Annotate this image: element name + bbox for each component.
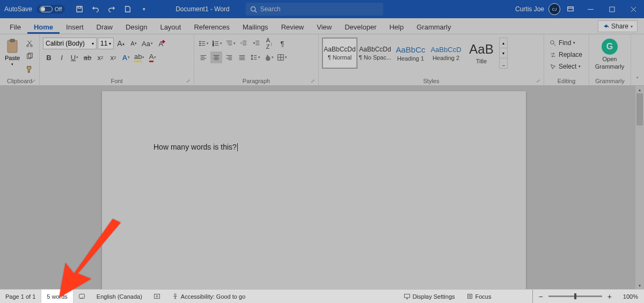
line-spacing-icon[interactable]: ▾ — [249, 51, 261, 63]
save-icon[interactable] — [74, 3, 85, 15]
autosave-toggle[interactable]: Off — [36, 5, 65, 13]
maximize-button[interactable] — [601, 0, 623, 18]
cut-icon[interactable] — [24, 38, 35, 49]
style-normal[interactable]: AaBbCcDd¶ Normal — [322, 38, 357, 69]
format-painter-icon[interactable] — [24, 63, 35, 75]
new-doc-icon[interactable] — [122, 3, 134, 15]
sort-icon[interactable]: AZ↓ — [264, 38, 275, 49]
align-right-icon[interactable] — [223, 51, 235, 63]
zoom-slider[interactable] — [548, 295, 602, 297]
style-title[interactable]: AaBTitle — [464, 38, 499, 69]
tab-review[interactable]: Review — [275, 20, 311, 34]
page-indicator[interactable]: Page 1 of 1 — [0, 290, 41, 303]
search-box[interactable]: Search — [246, 3, 383, 16]
spellcheck-icon[interactable] — [73, 290, 91, 303]
paragraph-launcher-icon[interactable]: ⤢ — [311, 78, 315, 84]
numbering-icon[interactable]: 123▾ — [211, 38, 223, 49]
bullets-icon[interactable]: ▾ — [197, 38, 210, 49]
font-name-combo[interactable]: Calibri (Body)▾ — [43, 38, 97, 49]
tab-layout[interactable]: Layout — [153, 20, 187, 34]
minimize-button[interactable] — [580, 0, 601, 18]
underline-icon[interactable]: U▾ — [69, 51, 80, 63]
justify-icon[interactable] — [236, 51, 248, 63]
vertical-scrollbar[interactable]: ▴ ▾ — [635, 86, 644, 289]
tab-view[interactable]: View — [310, 20, 338, 34]
subscript-icon[interactable]: x2 — [94, 51, 106, 63]
text-effects-icon[interactable]: A▾ — [120, 51, 132, 63]
styles-launcher-icon[interactable]: ⤢ — [536, 78, 540, 84]
tab-draw[interactable]: Draw — [90, 20, 119, 34]
ribbon-display-icon[interactable] — [565, 3, 576, 15]
style-no-spacing[interactable]: AaBbCcDd¶ No Spac... — [357, 38, 393, 69]
page[interactable]: How many words is this? — [102, 91, 526, 289]
tab-home[interactable]: Home — [27, 20, 60, 34]
close-button[interactable] — [623, 0, 644, 18]
language-indicator[interactable]: English (Canada) — [91, 290, 148, 303]
accessibility-indicator[interactable]: Accessibility: Good to go — [166, 290, 251, 303]
increase-indent-icon[interactable] — [251, 38, 262, 49]
tab-references[interactable]: References — [187, 20, 236, 34]
tab-developer[interactable]: Developer — [338, 20, 383, 34]
find-button[interactable]: Find▾ — [547, 38, 577, 48]
zoom-in-icon[interactable]: + — [608, 292, 612, 301]
qat-more-icon[interactable]: ▾ — [138, 3, 150, 15]
undo-icon[interactable] — [90, 3, 101, 15]
bold-icon[interactable]: B — [43, 51, 55, 63]
display-settings[interactable]: Display Settings — [398, 290, 461, 303]
redo-icon[interactable] — [106, 3, 118, 15]
user-avatar[interactable]: CJ — [548, 3, 560, 15]
copy-icon[interactable] — [24, 50, 35, 62]
multilevel-icon[interactable]: ▾ — [224, 38, 237, 49]
borders-icon[interactable]: ▾ — [276, 51, 288, 63]
zoom-level[interactable]: 100% — [618, 290, 644, 303]
highlight-icon[interactable]: ab▾ — [133, 51, 145, 63]
tab-file[interactable]: File — [3, 20, 27, 34]
svg-text:3: 3 — [213, 44, 214, 47]
svg-point-22 — [174, 294, 176, 295]
shading-icon[interactable]: ▾ — [262, 51, 275, 63]
font-color-icon[interactable]: A▾ — [147, 51, 158, 63]
clipboard-launcher-icon[interactable]: ⤢ — [32, 78, 36, 84]
strike-icon[interactable]: ab — [82, 51, 93, 63]
show-marks-icon[interactable]: ¶ — [276, 38, 288, 49]
decrease-indent-icon[interactable] — [238, 38, 250, 49]
shrink-font-icon[interactable]: A▾ — [128, 38, 140, 49]
tab-mailings[interactable]: Mailings — [236, 20, 275, 34]
style-heading1[interactable]: AaBbCcHeading 1 — [393, 38, 428, 69]
share-button[interactable]: Share ▾ — [598, 20, 638, 32]
change-case-icon[interactable]: Aa▾ — [141, 38, 154, 49]
print-layout-icon[interactable] — [509, 290, 521, 303]
font-launcher-icon[interactable]: ⤢ — [186, 78, 191, 84]
superscript-icon[interactable]: x2 — [107, 51, 119, 63]
user-name[interactable]: Curtis Joe — [515, 5, 544, 13]
align-left-icon[interactable] — [197, 51, 209, 63]
style-gallery-nav[interactable]: ▴▾⎯ — [499, 38, 508, 69]
font-size-combo[interactable]: 11▾ — [98, 38, 114, 49]
web-layout-icon[interactable] — [521, 290, 532, 303]
italic-icon[interactable]: I — [56, 51, 68, 63]
document-area[interactable]: How many words is this? — [0, 86, 635, 289]
document-body-text[interactable]: How many words is this? — [153, 143, 238, 151]
scroll-up-icon[interactable]: ▴ — [635, 86, 644, 93]
clear-format-icon[interactable]: A◆ — [155, 38, 167, 49]
collapse-ribbon-icon[interactable]: ˄ — [631, 34, 644, 85]
replace-button[interactable]: Replace — [547, 49, 584, 60]
tab-help[interactable]: Help — [383, 20, 410, 34]
open-grammarly-button[interactable]: G Open Grammarly — [591, 36, 628, 70]
paste-button[interactable]: Paste ▾ — [2, 36, 23, 66]
word-count[interactable]: 5 words — [41, 290, 73, 303]
tab-insert[interactable]: Insert — [60, 20, 90, 34]
grow-font-icon[interactable]: A▴ — [115, 38, 127, 49]
read-mode-icon[interactable] — [497, 290, 509, 303]
svg-rect-3 — [568, 7, 574, 11]
select-button[interactable]: Select▾ — [547, 61, 583, 72]
align-center-icon[interactable] — [210, 51, 222, 63]
scroll-down-icon[interactable]: ▾ — [635, 282, 644, 289]
style-heading2[interactable]: AaBbCcDHeading 2 — [428, 38, 464, 69]
macro-icon[interactable] — [148, 290, 166, 303]
focus-mode[interactable]: Focus — [461, 290, 497, 303]
tab-grammarly[interactable]: Grammarly — [410, 20, 457, 34]
tab-design[interactable]: Design — [119, 20, 153, 34]
zoom-out-icon[interactable]: − — [538, 292, 543, 301]
scroll-thumb[interactable] — [636, 93, 643, 125]
